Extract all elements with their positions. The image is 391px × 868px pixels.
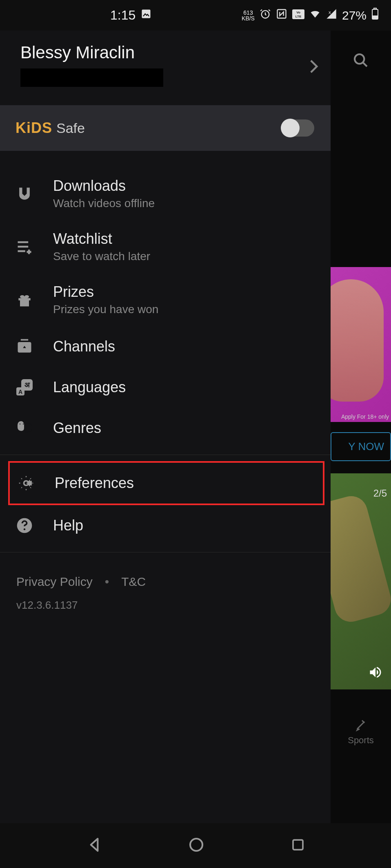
menu-item-downloads[interactable]: Downloads Watch videos offline bbox=[0, 167, 331, 220]
prizes-icon bbox=[14, 289, 35, 310]
nfc-icon bbox=[276, 8, 287, 22]
menu-title: Help bbox=[53, 517, 83, 534]
menu-subtitle: Watch videos offline bbox=[53, 197, 155, 210]
footer-row: Privacy Policy • T&C bbox=[16, 575, 314, 589]
divider bbox=[0, 552, 331, 552]
face-illustration bbox=[331, 279, 384, 402]
status-right: 613 KB/S VoLTE x 27% bbox=[242, 8, 379, 23]
menu-title: Preferences bbox=[55, 475, 134, 492]
svg-rect-9 bbox=[373, 16, 377, 18]
search-section bbox=[331, 31, 391, 92]
languages-icon: अA bbox=[14, 377, 35, 398]
menu-text: Downloads Watch videos offline bbox=[53, 177, 155, 210]
kids-safe-label: KiDS Safe bbox=[16, 119, 85, 137]
menu-title: Genres bbox=[53, 420, 101, 437]
svg-rect-19 bbox=[293, 840, 303, 850]
promo-card-2[interactable]: 2/5 bbox=[331, 473, 391, 689]
svg-point-16 bbox=[24, 528, 25, 530]
main-content: Blessy Miraclin KiDS Safe bbox=[0, 31, 391, 823]
content-area: Apply For 18+ only Y NOW 2/5 Sports bbox=[331, 92, 391, 823]
svg-text:LTE: LTE bbox=[295, 15, 302, 18]
chevron-right-icon[interactable] bbox=[309, 59, 318, 75]
navigation-drawer: Blessy Miraclin KiDS Safe bbox=[0, 31, 331, 823]
kbs-label: KB/S bbox=[242, 15, 255, 21]
svg-text:x: x bbox=[329, 9, 331, 15]
volume-icon[interactable] bbox=[368, 665, 383, 681]
menu-text: Prizes Prizes you have won bbox=[53, 283, 158, 316]
wifi-icon bbox=[309, 8, 321, 22]
gear-icon bbox=[16, 473, 36, 493]
network-speed: 613 KB/S bbox=[242, 10, 255, 21]
kids-safe-toggle[interactable] bbox=[282, 119, 314, 137]
menu-subtitle: Save to watch later bbox=[53, 250, 150, 263]
system-nav-bar bbox=[0, 823, 391, 868]
status-time: 1:15 bbox=[110, 8, 136, 23]
watchlist-icon bbox=[14, 236, 35, 257]
toggle-knob bbox=[281, 119, 300, 137]
nav-recent-icon[interactable] bbox=[291, 837, 305, 854]
svg-rect-8 bbox=[374, 8, 376, 9]
animation-illustration bbox=[331, 493, 391, 625]
nav-home-icon[interactable] bbox=[188, 837, 204, 855]
genres-icon bbox=[14, 418, 35, 438]
svg-text:Vo: Vo bbox=[296, 11, 300, 14]
battery-percent: 27% bbox=[342, 9, 367, 22]
menu-title: Watchlist bbox=[53, 230, 150, 247]
menu-text: Languages bbox=[53, 379, 126, 396]
menu-list: Downloads Watch videos offline Watchlist… bbox=[0, 151, 331, 628]
carousel-count: 2/5 bbox=[373, 488, 387, 499]
footer-links: Privacy Policy • T&C v12.3.6.1137 bbox=[0, 559, 331, 628]
menu-item-prizes[interactable]: Prizes Prizes you have won bbox=[0, 273, 331, 326]
battery-icon bbox=[371, 8, 379, 23]
sports-tab[interactable]: Sports bbox=[331, 710, 391, 754]
menu-item-watchlist[interactable]: Watchlist Save to watch later bbox=[0, 220, 331, 273]
kbs-value: 613 bbox=[242, 10, 255, 15]
menu-item-channels[interactable]: Channels bbox=[0, 326, 331, 367]
volte-icon: VoLTE bbox=[292, 9, 304, 22]
profile-info: Blessy Miraclin bbox=[20, 43, 163, 87]
terms-link[interactable]: T&C bbox=[121, 575, 146, 589]
menu-item-preferences[interactable]: Preferences bbox=[8, 461, 324, 505]
sports-label: Sports bbox=[331, 735, 391, 746]
svg-text:अ: अ bbox=[24, 381, 30, 389]
menu-text: Watchlist Save to watch later bbox=[53, 230, 150, 263]
safe-text: Safe bbox=[56, 120, 85, 136]
help-icon bbox=[14, 515, 35, 536]
alarm-icon bbox=[260, 8, 271, 22]
channels-icon bbox=[14, 336, 35, 357]
kids-logo: KiDS bbox=[16, 119, 52, 137]
menu-text: Help bbox=[53, 517, 83, 534]
status-bar: 1:15 613 KB/S VoLTE x 27% bbox=[0, 0, 391, 31]
menu-text: Channels bbox=[53, 338, 115, 355]
profile-sub-redacted bbox=[20, 68, 163, 87]
image-icon bbox=[140, 8, 152, 22]
profile-section[interactable]: Blessy Miraclin bbox=[0, 31, 331, 105]
svg-rect-0 bbox=[142, 10, 151, 18]
apply-text: Apply For 18+ only bbox=[341, 413, 389, 420]
nav-back-icon[interactable] bbox=[86, 837, 102, 855]
kids-safe-section: KiDS Safe bbox=[0, 105, 331, 151]
signal-icon: x bbox=[326, 8, 337, 22]
svg-point-18 bbox=[190, 839, 202, 851]
svg-point-17 bbox=[355, 54, 364, 64]
status-left: 1:15 bbox=[110, 8, 152, 23]
menu-item-help[interactable]: Help bbox=[0, 505, 331, 546]
menu-subtitle: Prizes you have won bbox=[53, 303, 158, 316]
promo-card-1[interactable]: Apply For 18+ only bbox=[331, 267, 391, 422]
privacy-link[interactable]: Privacy Policy bbox=[16, 575, 93, 589]
version-label: v12.3.6.1137 bbox=[16, 599, 314, 612]
menu-item-languages[interactable]: अA Languages bbox=[0, 367, 331, 408]
menu-title: Channels bbox=[53, 338, 115, 355]
profile-name: Blessy Miraclin bbox=[20, 43, 163, 62]
search-icon[interactable] bbox=[353, 52, 369, 70]
play-now-button[interactable]: Y NOW bbox=[331, 432, 391, 461]
menu-text: Genres bbox=[53, 420, 101, 437]
divider bbox=[0, 455, 331, 455]
dot-separator: • bbox=[105, 575, 109, 589]
right-content-area: Apply For 18+ only Y NOW 2/5 Sports bbox=[331, 31, 391, 823]
menu-title: Languages bbox=[53, 379, 126, 396]
menu-item-genres[interactable]: Genres bbox=[0, 408, 331, 448]
svg-text:A: A bbox=[18, 389, 22, 395]
menu-title: Prizes bbox=[53, 283, 158, 300]
menu-title: Downloads bbox=[53, 177, 155, 194]
